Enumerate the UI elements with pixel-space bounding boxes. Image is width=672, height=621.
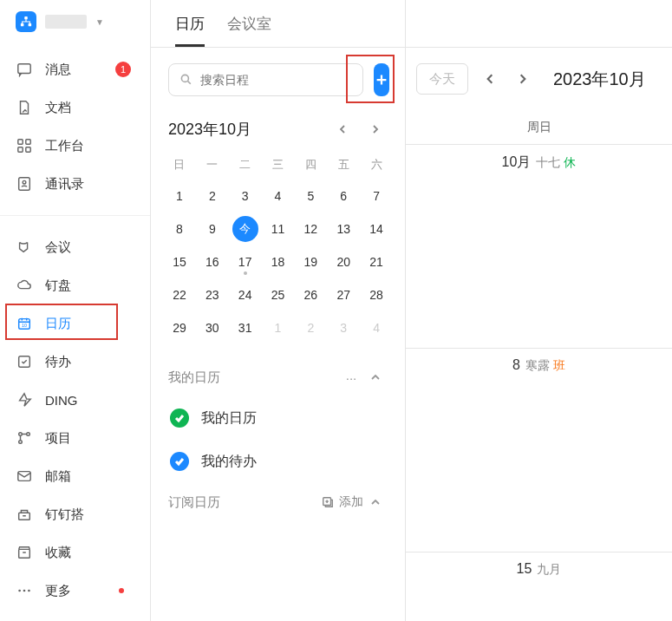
more-icon[interactable]: ··· xyxy=(339,370,363,385)
calendar-day[interactable]: 20 xyxy=(327,245,360,278)
calendar-day[interactable]: 26 xyxy=(294,278,327,311)
sidebar-item-label: 更多 xyxy=(45,583,71,599)
app-logo-icon xyxy=(16,11,36,32)
calendar-day[interactable]: 今 xyxy=(229,212,262,245)
dow-label: 三 xyxy=(262,150,295,180)
sidebar-item-drive[interactable]: 钉盘 xyxy=(0,266,150,304)
collapse-icon[interactable] xyxy=(363,370,388,385)
tab-rooms[interactable]: 会议室 xyxy=(227,2,271,46)
calendar-day[interactable]: 7 xyxy=(360,180,393,212)
section-title: 我的日历 xyxy=(168,369,220,386)
dow-label: 日 xyxy=(163,150,196,180)
calendar-day[interactable]: 27 xyxy=(327,278,360,311)
user-header[interactable]: ▼ xyxy=(0,0,150,43)
sidebar-item-label: 文档 xyxy=(45,100,71,116)
calendar-day[interactable]: 5 xyxy=(294,180,327,212)
day-row[interactable]: 8寒露班 xyxy=(406,349,672,552)
prev-week-button[interactable] xyxy=(479,68,501,90)
sidebar-item-ding[interactable]: DING xyxy=(0,381,150,419)
calendar-day[interactable]: 18 xyxy=(262,245,295,278)
dow-label: 六 xyxy=(360,150,393,180)
calendar-day[interactable]: 22 xyxy=(163,278,196,311)
next-month-button[interactable] xyxy=(363,117,388,141)
calendar-day[interactable]: 3 xyxy=(229,180,262,212)
prev-month-button[interactable] xyxy=(330,117,355,141)
calendar-day[interactable]: 9 xyxy=(196,212,229,245)
tabs: 日历 会议室 xyxy=(151,0,405,48)
next-week-button[interactable] xyxy=(512,68,534,90)
calendar-day[interactable]: 2 xyxy=(196,180,229,212)
calendar-day[interactable]: 3 xyxy=(327,311,360,344)
doc-icon xyxy=(16,99,33,116)
cloud-icon xyxy=(16,277,33,294)
calendar-day[interactable]: 2 xyxy=(294,311,327,344)
calendar-day[interactable]: 24 xyxy=(229,278,262,311)
check-icon xyxy=(170,409,189,428)
calendar-day[interactable]: 31 xyxy=(229,311,262,344)
sidebar-item-messages[interactable]: 消息 1 xyxy=(0,50,150,88)
calendar-day[interactable]: 30 xyxy=(196,311,229,344)
day-row[interactable]: 15九月 xyxy=(406,552,672,598)
calendar-day[interactable]: 12 xyxy=(294,212,327,245)
search-icon xyxy=(179,73,193,87)
sidebar-item-calendar[interactable]: 10 日历 xyxy=(0,304,150,343)
section-title: 订阅日历 xyxy=(168,494,220,511)
calendar-day[interactable]: 23 xyxy=(196,278,229,311)
sidebar-item-todo[interactable]: 待办 xyxy=(0,343,150,381)
sidebar-item-workbench[interactable]: 工作台 xyxy=(0,127,150,165)
add-subscription-button[interactable]: 添加 xyxy=(322,494,363,510)
svg-rect-4 xyxy=(18,140,23,144)
sidebar-item-mail[interactable]: 邮箱 xyxy=(0,457,150,495)
collapse-icon[interactable] xyxy=(363,495,388,510)
today-button[interactable]: 今天 xyxy=(416,63,468,95)
add-event-button[interactable] xyxy=(374,63,389,96)
calendar-day[interactable]: 11 xyxy=(262,212,295,245)
sidebar-item-more[interactable]: 更多 xyxy=(0,572,150,610)
calendar-day[interactable]: 28 xyxy=(360,278,393,311)
calendar-day[interactable]: 1 xyxy=(163,180,196,212)
calendar-day[interactable]: 17 xyxy=(229,245,262,278)
search-box[interactable] xyxy=(168,63,363,96)
notification-dot xyxy=(119,588,124,593)
contacts-icon xyxy=(16,175,33,193)
build-icon xyxy=(16,506,33,523)
sidebar-item-meeting[interactable]: 会议 xyxy=(0,228,150,266)
calendar-day[interactable]: 14 xyxy=(360,212,393,245)
tab-calendar[interactable]: 日历 xyxy=(175,2,205,46)
calendar-day[interactable]: 6 xyxy=(327,180,360,212)
day-row[interactable]: 10月十七休 xyxy=(406,145,672,349)
sidebar-item-docs[interactable]: 文档 xyxy=(0,88,150,127)
svg-text:10: 10 xyxy=(22,323,27,328)
day-lunar: 九月 xyxy=(537,562,561,576)
calendar-day[interactable]: 21 xyxy=(360,245,393,278)
calendar-list-item-todo[interactable]: 我的待办 xyxy=(168,440,388,483)
calendar-day[interactable]: 4 xyxy=(262,180,295,212)
sidebar-item-label: 工作台 xyxy=(45,138,84,154)
calendar-day[interactable]: 8 xyxy=(163,212,196,245)
day-tag-rest: 休 xyxy=(564,155,576,169)
mini-calendar: 日一二三四五六 123456789今1112131415161718192021… xyxy=(151,150,405,344)
sidebar-item-favorites[interactable]: 收藏 xyxy=(0,533,150,572)
message-icon xyxy=(16,61,33,78)
calendar-day[interactable]: 25 xyxy=(262,278,295,311)
sidebar-item-project[interactable]: 项目 xyxy=(0,419,150,457)
calendar-day[interactable]: 1 xyxy=(262,311,295,344)
username-placeholder xyxy=(45,15,87,29)
calendar-list-item-mine[interactable]: 我的日历 xyxy=(168,396,388,440)
dow-header: 周日 xyxy=(406,110,672,145)
calendar-day[interactable]: 16 xyxy=(196,245,229,278)
calendar-day[interactable]: 4 xyxy=(360,311,393,344)
calendar-day[interactable]: 13 xyxy=(327,212,360,245)
day-tag-work: 班 xyxy=(553,358,565,372)
calendar-day[interactable]: 29 xyxy=(163,311,196,344)
search-input[interactable] xyxy=(200,73,352,87)
sidebar-item-label: 待办 xyxy=(45,354,71,370)
svg-point-20 xyxy=(23,590,26,592)
sidebar-item-contacts[interactable]: 通讯录 xyxy=(0,165,150,203)
sidebar-item-build[interactable]: 钉钉搭 xyxy=(0,495,150,533)
calendar-day[interactable]: 15 xyxy=(163,245,196,278)
badge: 1 xyxy=(115,62,131,77)
calendar-day[interactable]: 19 xyxy=(294,245,327,278)
project-icon xyxy=(16,429,33,447)
sidebar-item-label: 收藏 xyxy=(45,545,71,561)
